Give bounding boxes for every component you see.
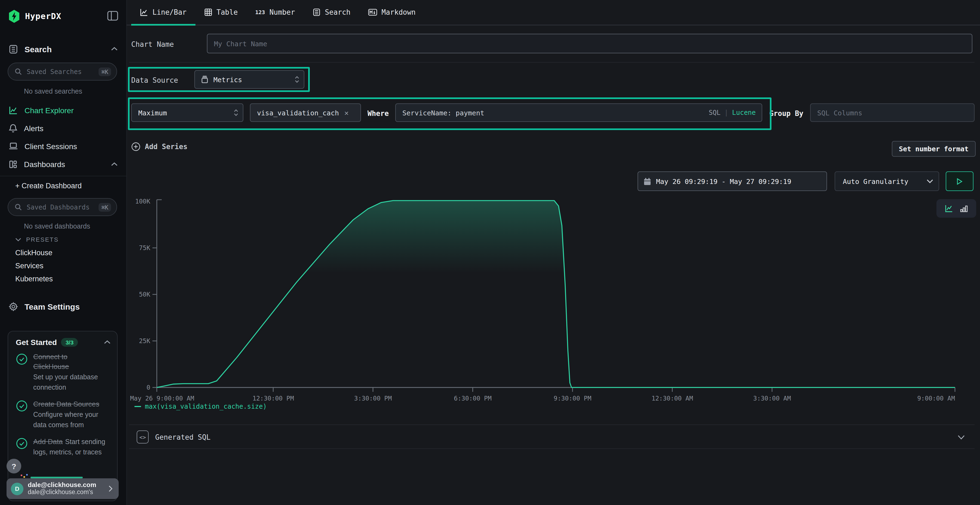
saved-dashboards-input[interactable]: Saved Dashboards ⌘K <box>8 198 117 216</box>
preset-kubernetes[interactable]: Kubernetes <box>15 275 53 283</box>
close-icon[interactable]: ✕ <box>344 108 349 117</box>
create-dashboard-button[interactable]: + Create Dashboard <box>15 182 82 190</box>
sidebar-item-dashboards[interactable]: Dashboards <box>0 155 126 173</box>
query-language-toggle[interactable]: SQL | Lucene <box>709 109 756 116</box>
check-circle-icon <box>16 400 28 430</box>
get-started-item-subtitle: Set up your database connection <box>33 373 98 391</box>
preset-services[interactable]: Services <box>15 262 43 270</box>
plus-circle-icon <box>131 142 140 151</box>
svg-text:9:30:00 PM: 9:30:00 PM <box>554 395 591 402</box>
sidebar-item-alerts[interactable]: Alerts <box>0 119 126 137</box>
granularity-value: Auto Granularity <box>843 177 908 185</box>
sidebar-section-search[interactable]: Search <box>0 41 126 57</box>
chart-type-tabs: Line/Bar Table 123 Number Search Markdow… <box>126 0 980 25</box>
chart-line-icon <box>9 106 18 115</box>
where-label: Where <box>368 110 389 118</box>
divider <box>129 424 975 425</box>
chevron-down-icon <box>15 238 21 241</box>
main-content: Line/Bar Table 123 Number Search Markdow… <box>126 0 980 505</box>
add-series-button[interactable]: Add Series <box>131 142 188 151</box>
legend-label: max(visa_validation_cache.size) <box>145 403 267 410</box>
sidebar-item-label: Alerts <box>24 124 43 132</box>
svg-text:May 26 9:00:00 AM: May 26 9:00:00 AM <box>130 395 194 402</box>
chevron-down-icon[interactable] <box>958 435 965 440</box>
chevron-up-icon[interactable] <box>111 47 118 51</box>
gear-icon <box>9 302 18 311</box>
saved-searches-placeholder: Saved Searches <box>27 68 99 75</box>
svg-text:12:30:00 PM: 12:30:00 PM <box>252 395 294 402</box>
divider <box>129 62 975 63</box>
toggle-divider: | <box>724 109 728 116</box>
tab-number[interactable]: 123 Number <box>247 0 304 25</box>
data-source-select[interactable]: Metrics <box>194 70 304 89</box>
user-menu[interactable]: D dale@clickhouse.com dale@clickhouse.co… <box>6 478 119 499</box>
lucene-toggle[interactable]: Lucene <box>732 109 756 116</box>
calendar-icon <box>644 177 651 185</box>
no-saved-searches-text: No saved searches <box>24 87 82 95</box>
tab-markdown[interactable]: Markdown <box>360 0 425 25</box>
generated-sql-section[interactable]: <> Generated SQL <box>129 428 975 446</box>
play-icon <box>956 178 963 185</box>
search-list-icon <box>312 8 321 16</box>
get-started-item-add-data[interactable]: Add Data Start sending logs, metrics, or… <box>16 437 111 457</box>
set-number-format-button[interactable]: Set number format <box>892 141 976 157</box>
help-button[interactable]: ? <box>6 459 21 473</box>
shortcut-badge: ⌘K <box>99 203 111 211</box>
svg-text:6:30:00 PM: 6:30:00 PM <box>454 395 492 402</box>
timeseries-chart[interactable]: 025K50K75K100KMay 26 9:00:00 AM12:30:00 … <box>129 192 978 404</box>
sidebar-item-team-settings[interactable]: Team Settings <box>0 299 126 314</box>
svg-text:75K: 75K <box>139 245 150 251</box>
collapse-sidebar-icon[interactable] <box>107 10 119 22</box>
group-by-label: Group By <box>769 110 803 118</box>
get-started-item-title: Create Data Sources <box>33 400 99 408</box>
tab-line-bar[interactable]: Line/Bar <box>131 0 195 25</box>
get-started-title: Get Started <box>16 338 57 347</box>
sidebar-item-client-sessions[interactable]: Client Sessions <box>0 137 126 155</box>
search-section-icon <box>9 44 18 54</box>
get-started-item-sources[interactable]: Create Data Sources Configure where your… <box>16 399 111 430</box>
get-started-item-connect[interactable]: Connect to ClickHouse Set up your databa… <box>16 352 111 392</box>
presets-header[interactable]: PRESETS <box>15 236 59 243</box>
chevron-right-icon <box>108 485 113 492</box>
data-source-value: Metrics <box>213 75 242 84</box>
granularity-select[interactable]: Auto Granularity <box>835 172 939 191</box>
laptop-icon <box>9 142 18 150</box>
get-started-header[interactable]: Get Started 3/3 <box>16 338 111 347</box>
date-range-picker[interactable]: May 26 09:29:19 - May 27 09:29:19 <box>638 172 827 191</box>
aggregation-select[interactable]: Maximum <box>131 103 243 122</box>
data-source-label: Data Source <box>131 76 178 84</box>
where-input[interactable] <box>396 108 709 117</box>
sidebar-item-chart-explorer[interactable]: Chart Explorer <box>0 101 126 119</box>
sidebar-item-label: Client Sessions <box>24 142 77 151</box>
divider <box>129 448 975 449</box>
chart-legend[interactable]: max(visa_validation_cache.size) <box>134 403 267 410</box>
search-icon <box>15 68 22 75</box>
get-started-item-title: Connect to ClickHouse <box>33 352 83 372</box>
svg-text:50K: 50K <box>139 291 150 298</box>
get-started-badge: 3/3 <box>61 338 78 347</box>
sidebar-header: HyperDX <box>0 0 126 33</box>
saved-searches-input[interactable]: Saved Searches ⌘K <box>8 63 117 81</box>
sql-toggle[interactable]: SQL <box>709 109 720 116</box>
get-started-item-title: Add Data <box>33 438 63 446</box>
check-circle-icon <box>16 438 28 457</box>
chevron-up-icon[interactable] <box>111 162 118 166</box>
code-icon: <> <box>137 430 149 443</box>
group-by-input[interactable] <box>810 103 975 122</box>
chevron-down-icon <box>927 179 933 183</box>
metric-chip[interactable]: visa_validation_cach ✕ <box>250 103 361 122</box>
user-email: dale@clickhouse.com <box>28 481 108 489</box>
tab-table[interactable]: Table <box>195 0 247 25</box>
run-query-button[interactable] <box>946 172 974 191</box>
svg-text:12:30:00 AM: 12:30:00 AM <box>651 395 693 402</box>
chevron-up-icon[interactable] <box>104 340 111 345</box>
chart-name-input[interactable] <box>207 34 972 53</box>
preset-clickhouse[interactable]: ClickHouse <box>15 249 52 257</box>
aggregation-value: Maximum <box>138 108 167 117</box>
number-123-icon: 123 <box>255 9 265 15</box>
markdown-icon <box>368 8 377 16</box>
tab-search[interactable]: Search <box>304 0 360 25</box>
legend-line-swatch <box>134 406 141 407</box>
svg-text:3:30:00 PM: 3:30:00 PM <box>354 395 392 402</box>
hyperdx-logo-icon <box>8 10 20 23</box>
